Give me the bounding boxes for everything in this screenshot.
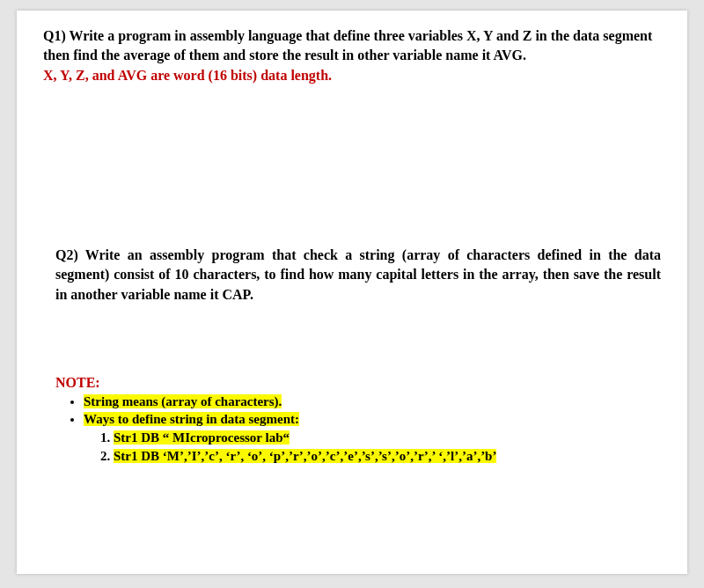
note-bullet-list: String means (array of characters). Ways… [84,393,661,465]
note-section: NOTE: String means (array of characters)… [55,375,661,465]
spacer [43,87,661,246]
note-bullet-2-text: Ways to define string in data segment: [84,412,299,426]
note-num-1-text: Str1 DB “ MIcroprocessor lab“ [114,430,290,445]
document-page: Q1) Write a program in assembly language… [17,11,687,574]
note-num-2: Str1 DB ‘M’,’I’,’c’, ‘r’, ‘o’, ‘p’,’r’,’… [114,447,661,465]
note-num-2-text: Str1 DB ‘M’,’I’,’c’, ‘r’, ‘o’, ‘p’,’r’,’… [114,449,496,463]
q1-text-red: X, Y, Z, and AVG are word (16 bits) data… [43,66,661,85]
q2-text: Q2) Write an assembly program that check… [55,246,661,305]
spacer [43,305,661,375]
note-bullet-1: String means (array of characters). [84,393,661,410]
note-bullet-2: Ways to define string in data segment: S… [84,410,661,465]
note-bullet-1-text: String means (array of characters). [84,394,282,408]
note-num-1: Str1 DB “ MIcroprocessor lab“ [114,429,661,446]
note-title: NOTE: [55,375,100,390]
q1-text: Q1) Write a program in assembly language… [43,26,661,64]
note-numbered-list: Str1 DB “ MIcroprocessor lab“ Str1 DB ‘M… [114,429,661,465]
